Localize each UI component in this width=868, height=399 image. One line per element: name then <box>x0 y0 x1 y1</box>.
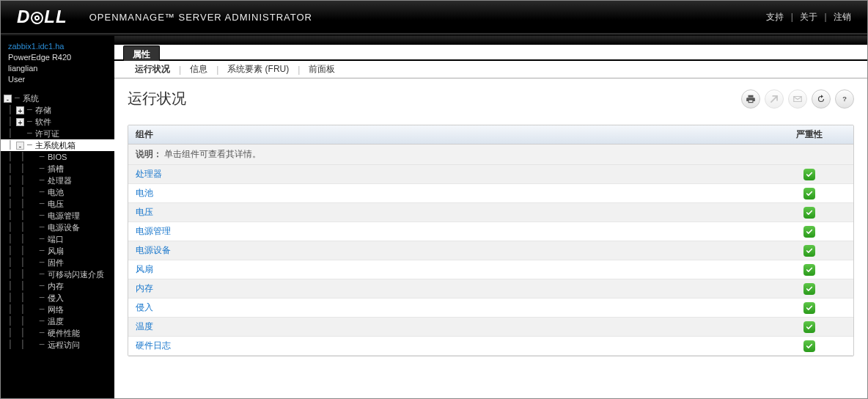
tree-spacer <box>29 247 37 255</box>
logout-link[interactable]: 注销 <box>834 12 851 22</box>
tree-spacer <box>29 282 37 290</box>
collapse-icon[interactable]: - <box>4 95 12 103</box>
expand-icon[interactable]: + <box>16 106 24 114</box>
tree-item[interactable]: │ │ ─ 电源管理 <box>1 210 114 222</box>
health-table: 组件 严重性 说明： 单击组件可查看其详情。处理器电池电压电源管理电源设备风扇内… <box>128 125 853 356</box>
tree-item[interactable]: │ │ ─ 内存 <box>1 280 114 292</box>
tree-item[interactable]: │ │ ─ 侵入 <box>1 292 114 304</box>
host-name[interactable]: zabbix1.idc1.ha <box>1 40 114 52</box>
tree-item-label: 主系统机箱 <box>35 139 76 151</box>
severity-cell <box>765 318 853 337</box>
subtab[interactable]: 信息 <box>181 61 216 78</box>
tree-item-label: 远程访问 <box>48 339 80 351</box>
server-model: PowerEdge R420 <box>1 52 114 63</box>
table-row: 处理器 <box>128 165 853 184</box>
severity-cell <box>765 299 853 318</box>
collapse-icon[interactable]: - <box>16 142 24 150</box>
tree-spacer <box>29 306 37 314</box>
status-ok-icon <box>803 321 815 333</box>
page-head: 运行状况 ? <box>128 89 854 109</box>
tree-item[interactable]: │ │ ─ 电源设备 <box>1 222 114 233</box>
tree-item-label: 插槽 <box>48 163 64 175</box>
tree-item-label: BIOS <box>48 151 67 163</box>
table-row: 侵入 <box>128 299 853 318</box>
content: 属性 运行状况|信息|系统要素 (FRU)|前面板 运行状况 <box>114 36 867 398</box>
tree-item-label: 电池 <box>48 186 64 198</box>
user-name: lianglian <box>1 63 114 74</box>
tree-item[interactable]: │ │ ─ 可移动闪速介质 <box>1 268 114 280</box>
component-link[interactable]: 电压 <box>136 207 153 217</box>
table-row: 电压 <box>128 203 853 222</box>
tree-item[interactable]: -─ 系统 <box>1 92 114 104</box>
tree-item[interactable]: │ │ ─ 处理器 <box>1 175 114 186</box>
component-link[interactable]: 侵入 <box>136 302 153 312</box>
component-cell: 电压 <box>128 203 765 222</box>
tree-item-label: 网络 <box>48 304 64 315</box>
tree-item[interactable]: │ │ ─ 插槽 <box>1 163 114 175</box>
severity-cell <box>765 165 853 184</box>
tree-item[interactable]: │ │ ─ 温度 <box>1 315 114 327</box>
primary-tabs: 属性 <box>114 45 867 61</box>
tree-item-label: 存储 <box>35 104 51 116</box>
component-link[interactable]: 处理器 <box>136 169 162 179</box>
expand-icon[interactable]: + <box>16 118 24 126</box>
brand-logo: DLL <box>17 7 67 27</box>
subtab[interactable]: 运行状况 <box>126 61 179 78</box>
tree-spacer <box>29 341 37 349</box>
severity-cell <box>765 184 853 203</box>
component-link[interactable]: 内存 <box>136 283 153 293</box>
component-link[interactable]: 硬件日志 <box>136 340 171 351</box>
toolbar: ? <box>741 89 854 109</box>
component-cell: 电池 <box>128 184 765 203</box>
user-role: User <box>1 74 114 85</box>
tab-properties[interactable]: 属性 <box>123 45 160 61</box>
severity-cell <box>765 279 853 299</box>
component-link[interactable]: 温度 <box>136 321 153 332</box>
subtab[interactable]: 系统要素 (FRU) <box>218 61 298 78</box>
tree-item[interactable]: │ │ ─ 网络 <box>1 304 114 315</box>
component-cell: 侵入 <box>128 299 765 318</box>
tree-item-label: 电源设备 <box>48 222 80 233</box>
component-link[interactable]: 电源设备 <box>136 245 171 255</box>
component-link[interactable]: 风扇 <box>136 264 153 274</box>
tree-item-label: 内存 <box>48 280 64 292</box>
support-link[interactable]: 支持 <box>766 12 784 22</box>
print-button[interactable] <box>741 89 760 109</box>
tree-item[interactable]: │ +─ 软件 <box>1 116 114 128</box>
status-ok-icon <box>803 245 815 257</box>
tree-item[interactable]: │ │ ─ 电压 <box>1 198 114 210</box>
tree-spacer <box>29 318 37 326</box>
subtab[interactable]: 前面板 <box>300 61 344 78</box>
tree-item[interactable]: │ │ ─ 电池 <box>1 186 114 198</box>
col-component[interactable]: 组件 <box>128 125 765 144</box>
email-button[interactable] <box>788 89 807 109</box>
refresh-button[interactable] <box>812 89 831 109</box>
severity-cell <box>765 260 853 279</box>
tree-item[interactable]: │ -─ 主系统机箱 <box>1 139 114 151</box>
severity-cell <box>765 222 853 241</box>
tree-item-label: 硬件性能 <box>48 327 80 339</box>
tree-item-label: 电压 <box>48 198 64 210</box>
help-button[interactable]: ? <box>835 89 854 109</box>
col-severity[interactable]: 严重性 <box>765 125 853 144</box>
component-cell: 电源管理 <box>128 222 765 241</box>
tree-item[interactable]: │ │ ─ 风扇 <box>1 245 114 257</box>
tree-item[interactable]: │ │ ─ 远程访问 <box>1 339 114 351</box>
about-link[interactable]: 关于 <box>800 12 817 22</box>
tree-item-label: 温度 <box>48 315 64 327</box>
tree-item[interactable]: │ │ ─ 固件 <box>1 257 114 268</box>
tree-item[interactable]: │ +─ 存储 <box>1 104 114 116</box>
status-ok-icon <box>803 226 815 238</box>
tree-item-label: 处理器 <box>48 175 72 186</box>
export-button[interactable] <box>765 89 784 109</box>
component-link[interactable]: 电源管理 <box>136 226 171 236</box>
tree-item[interactable]: │ │ ─ 硬件性能 <box>1 327 114 339</box>
tree-spacer <box>29 153 37 161</box>
tree-item[interactable]: │ │ ─ BIOS <box>1 151 114 163</box>
tree-item[interactable]: │ ─ 许可证 <box>1 128 114 139</box>
status-ok-icon <box>803 302 815 314</box>
severity-cell <box>765 203 853 222</box>
tree-item[interactable]: │ │ ─ 端口 <box>1 233 114 245</box>
component-cell: 风扇 <box>128 260 765 279</box>
component-link[interactable]: 电池 <box>136 188 153 198</box>
